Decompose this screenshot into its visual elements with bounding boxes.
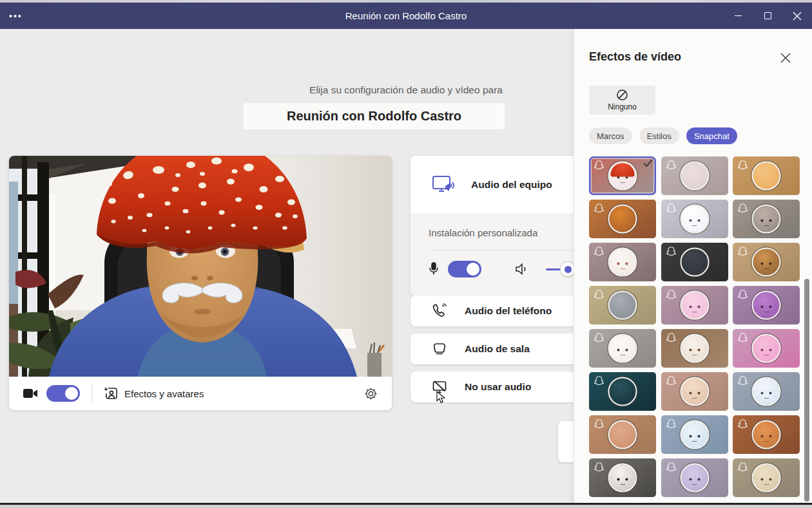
filter-thumbnail (752, 464, 781, 493)
snapchat-ghost-icon (664, 159, 678, 173)
camera-toggle[interactable] (46, 385, 80, 402)
snapchat-ghost-icon (592, 332, 606, 345)
effects-avatars-label[interactable]: Efectos y avatares (124, 388, 204, 399)
background-bottom-sliver (0, 505, 812, 508)
filter-tile-mushroom[interactable] (589, 156, 656, 195)
minimize-button[interactable] (723, 3, 753, 29)
filter-face (681, 379, 708, 405)
filter-tile-gray-smile[interactable] (733, 200, 800, 238)
close-panel-icon[interactable] (780, 52, 791, 64)
filter-tile-sparkle-face[interactable] (589, 329, 656, 368)
microphone-toggle[interactable] (448, 261, 481, 278)
filter-thumbnail (752, 248, 781, 277)
filter-tile-flower-faces[interactable] (733, 458, 800, 497)
tab-marcos[interactable]: Marcos (589, 127, 632, 144)
panel-scrollbar[interactable] (804, 279, 809, 502)
filter-tile-code-dark[interactable] (661, 243, 728, 281)
effect-none-tile[interactable]: Ninguno (589, 86, 655, 115)
none-slash-icon (616, 89, 628, 101)
video-preview-card: Efectos y avatares (9, 156, 392, 410)
minimize-icon (735, 15, 742, 16)
filter-thumbnail (680, 205, 709, 234)
window-controls (723, 3, 812, 29)
filter-tile-peach[interactable] (733, 156, 800, 195)
computer-audio-label: Audio del equipo (471, 179, 552, 191)
room-audio-icon (431, 341, 448, 357)
filter-face (610, 335, 636, 362)
filter-tile-red-glasses[interactable] (589, 243, 656, 281)
filter-tile-pink-glasses[interactable] (661, 286, 728, 325)
filter-face (753, 292, 780, 319)
filter-thumbnail (752, 162, 781, 191)
snapchat-ghost-icon (736, 418, 749, 431)
snapchat-ghost-icon (736, 375, 749, 388)
snapchat-ghost-icon (664, 288, 678, 302)
effects-tabs: MarcosEstilosSnapchat (589, 127, 737, 144)
maximize-icon (764, 12, 771, 19)
microphone-icon (429, 262, 439, 276)
snapchat-ghost-icon (664, 418, 678, 431)
filter-thumbnail (608, 334, 637, 363)
filter-tile-gold-sparkles[interactable] (589, 286, 656, 325)
snapchat-ghost-icon (736, 461, 749, 475)
filter-tile-twin-purple[interactable] (661, 458, 728, 497)
custom-setup-label: Instalación personalizada (429, 227, 537, 238)
camera-toggle-knob (65, 387, 78, 400)
mouse-cursor (436, 391, 447, 404)
filter-thumbnail (752, 334, 781, 363)
snapchat-ghost-icon (592, 418, 606, 431)
filter-tile-heart-face[interactable] (733, 329, 800, 368)
window-title: Reunión con Rodolfo Castro (0, 10, 812, 21)
snapchat-ghost-icon (664, 202, 678, 216)
filter-thumbnail (680, 291, 709, 320)
video-preview (9, 156, 392, 377)
snapchat-ghost-icon (736, 245, 749, 259)
filter-tile-butterflies[interactable] (661, 200, 728, 238)
filter-face (681, 335, 708, 362)
room-audio-label: Audio de sala (465, 343, 530, 355)
filter-thumbnail (680, 377, 709, 406)
filter-thumbnail (680, 334, 709, 363)
snapchat-ghost-icon (592, 245, 606, 259)
close-icon (793, 12, 802, 21)
selected-check-icon (643, 159, 653, 167)
snapchat-ghost-icon (592, 159, 606, 173)
filter-tile-cat-hat[interactable] (733, 243, 800, 281)
teams-prejoin-window: ••• Reunión con Rodolfo Castro Elija su … (0, 0, 812, 508)
settings-gear-icon[interactable] (364, 387, 378, 400)
filter-tile-pale-pink[interactable] (661, 156, 728, 195)
filter-face (753, 465, 780, 491)
snapchat-ghost-icon (664, 375, 678, 388)
filter-face (610, 465, 636, 491)
title-bar: ••• Reunión con Rodolfo Castro (0, 3, 812, 29)
filter-tile-daisy-shades[interactable] (733, 286, 800, 325)
filter-tile-chicken-hat[interactable] (661, 329, 728, 368)
filter-tile-moon-face[interactable] (733, 372, 800, 411)
snapchat-ghost-icon (736, 159, 749, 173)
filter-thumbnail (608, 248, 637, 277)
snapchat-ghost-icon (664, 332, 678, 345)
microphone-toggle-knob (467, 263, 479, 276)
filter-tile-copper-skin[interactable] (589, 415, 656, 454)
video-control-bar: Efectos y avatares (9, 377, 392, 410)
snapchat-ghost-icon (592, 461, 606, 475)
filter-thumbnail (608, 420, 637, 449)
filter-tile-sun-faces[interactable] (733, 415, 800, 454)
filter-tile-orange-swirl[interactable] (589, 200, 656, 238)
phone-audio-label: Audio del teléfono (465, 305, 552, 317)
filter-thumbnail (680, 464, 709, 493)
effects-avatars-icon (104, 386, 118, 400)
filter-tile-lightning[interactable] (589, 372, 656, 411)
maximize-button[interactable] (753, 3, 782, 29)
close-window-button[interactable] (782, 3, 812, 29)
filter-tile-panda[interactable] (589, 458, 656, 497)
filter-tile-teddy-bear[interactable] (661, 372, 728, 411)
filter-face (681, 422, 708, 448)
snapchat-ghost-icon (664, 461, 678, 475)
filter-tile-blue-face[interactable] (661, 415, 728, 454)
tab-estilos[interactable]: Estilos (639, 127, 679, 144)
filter-thumbnail (608, 162, 637, 191)
background-window-sliver (0, 0, 812, 3)
tab-snapchat[interactable]: Snapchat (686, 127, 737, 144)
snapchat-ghost-icon (592, 288, 606, 302)
